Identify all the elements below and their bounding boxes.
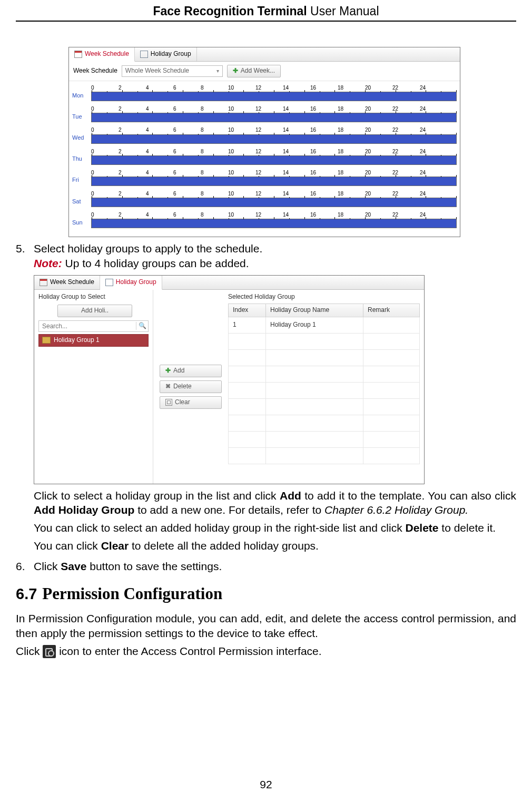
week-schedule-select[interactable]: Whole Week Schedule ▾ (122, 65, 223, 77)
delete-button[interactable]: ✖Delete (160, 380, 222, 393)
page-number: 92 (0, 778, 532, 791)
folder-icon (42, 337, 51, 344)
header-bold: Face Recognition Terminal (153, 4, 307, 18)
button-label: Add (173, 367, 184, 375)
time-bar[interactable] (91, 113, 457, 122)
paragraph: Click icon to enter the Access Control P… (16, 644, 516, 659)
time-bar[interactable] (91, 219, 457, 228)
table-row (229, 333, 420, 349)
time-bar[interactable] (91, 92, 457, 101)
schedule-grid: Mon024681012141618202224Tue0246810121416… (69, 81, 460, 237)
day-label: Sun (72, 219, 91, 229)
day-row: Thu024681012141618202224 (72, 148, 457, 165)
col-index: Index (229, 304, 266, 317)
figure-holiday-group: Week Schedule Holiday Group Holiday Grou… (34, 275, 425, 484)
header-light: User Manual (307, 4, 379, 18)
table-row (229, 431, 420, 447)
note-line: Note: Up to 4 holiday groups can be adde… (34, 256, 516, 271)
day-label: Wed (72, 134, 91, 144)
search-box[interactable]: 🔍 (38, 320, 149, 332)
search-icon[interactable]: 🔍 (136, 322, 148, 330)
day-row: Wed024681012141618202224 (72, 126, 457, 143)
tab-holiday-group[interactable]: Holiday Group (135, 47, 197, 61)
calendar-icon (40, 279, 47, 286)
col-remark: Remark (363, 304, 420, 317)
list-number: 5. (16, 241, 34, 556)
plus-icon: ✚ (233, 67, 238, 75)
table-row (229, 382, 420, 398)
step-text: Select holiday groups to apply to the sc… (34, 241, 516, 256)
holiday-group-item-selected[interactable]: Holiday Group 1 (38, 334, 149, 347)
chevron-down-icon: ▾ (216, 67, 219, 74)
section-heading: 6.7Permission Configuration (16, 583, 516, 605)
add-button[interactable]: ✚Add (160, 365, 222, 377)
tab-label: Week Schedule (85, 50, 129, 58)
selected-holiday-panel: Selected Holiday Group Index Holiday Gro… (224, 290, 424, 484)
list-item: 6. Click Save button to save the setting… (16, 559, 516, 574)
search-input[interactable] (39, 322, 136, 330)
paragraph: You can click to select an added holiday… (34, 521, 516, 535)
list-item: 5. Select holiday groups to apply to the… (16, 241, 516, 556)
day-label: Mon (72, 92, 91, 102)
note-text: Up to 4 holiday groups can be added. (62, 257, 249, 269)
list-number: 6. (16, 559, 34, 574)
add-week-button[interactable]: ✚ Add Week... (227, 65, 281, 77)
tab-label: Holiday Group (116, 278, 156, 287)
step-text: Click Save button to save the settings. (34, 559, 516, 574)
time-bar[interactable] (91, 198, 457, 207)
table-row (229, 415, 420, 431)
time-bar[interactable] (91, 177, 457, 186)
table-row (229, 398, 420, 415)
panel-title: Selected Holiday Group (228, 293, 420, 301)
holiday-group-left-panel: Holiday Group to Select Add Holi.. 🔍 (34, 290, 153, 484)
tab-bar: Week Schedule Holiday Group (34, 276, 424, 290)
plus-icon: ✚ (165, 367, 171, 375)
button-label: Clear (175, 398, 190, 407)
figure-week-schedule: Week Schedule Holiday Group Week Schedul… (68, 47, 460, 237)
day-label: Sat (72, 198, 91, 208)
col-name: Holiday Group Name (266, 304, 363, 317)
day-row: Fri024681012141618202224 (72, 169, 457, 186)
group-icon (140, 51, 148, 58)
paragraph: In Permission Configuration module, you … (16, 611, 516, 640)
table-row (229, 349, 420, 366)
add-holiday-button[interactable]: Add Holi.. (57, 305, 132, 317)
permission-icon (43, 645, 56, 658)
transfer-buttons: ✚Add ✖Delete Clear (153, 290, 224, 484)
page-header: Face Recognition Terminal User Manual (16, 0, 516, 18)
selected-holiday-table: Index Holiday Group Name Remark 1Holiday… (228, 304, 420, 464)
calendar-icon (74, 51, 82, 58)
button-label: Delete (173, 383, 192, 391)
tab-week-schedule[interactable]: Week Schedule (69, 47, 135, 62)
button-label: Add Week... (241, 67, 275, 75)
time-bar[interactable] (91, 134, 457, 144)
day-label: Tue (72, 113, 91, 123)
select-value: Whole Week Schedule (125, 67, 189, 75)
tab-label: Holiday Group (151, 50, 191, 58)
day-row: Sun024681012141618202224 (72, 211, 457, 228)
clear-icon (165, 399, 172, 406)
time-bar[interactable] (91, 155, 457, 165)
tab-holiday-group[interactable]: Holiday Group (100, 276, 162, 290)
heading-text: Permission Configuration (42, 584, 222, 603)
clear-button[interactable]: Clear (160, 396, 222, 409)
heading-number: 6.7 (16, 585, 37, 602)
day-row: Sat024681012141618202224 (72, 190, 457, 207)
day-row: Mon024681012141618202224 (72, 84, 457, 101)
tab-week-schedule[interactable]: Week Schedule (34, 276, 100, 289)
day-label: Fri (72, 176, 91, 186)
tab-label: Week Schedule (50, 278, 94, 287)
paragraph: You can click Clear to delete all the ad… (34, 539, 516, 553)
field-label: Week Schedule (73, 67, 117, 75)
table-row (229, 366, 420, 382)
group-icon (105, 279, 113, 286)
button-label: Add Holi.. (81, 307, 109, 315)
day-label: Thu (72, 155, 91, 165)
tab-bar: Week Schedule Holiday Group (69, 47, 460, 62)
toolbar: Week Schedule Whole Week Schedule ▾ ✚ Ad… (69, 62, 460, 81)
table-row[interactable]: 1Holiday Group 1 (229, 317, 420, 333)
paragraph: Click to select a holiday group in the l… (34, 488, 516, 517)
note-label: Note: (34, 257, 62, 269)
day-row: Tue024681012141618202224 (72, 105, 457, 122)
panel-title: Holiday Group to Select (34, 290, 153, 301)
